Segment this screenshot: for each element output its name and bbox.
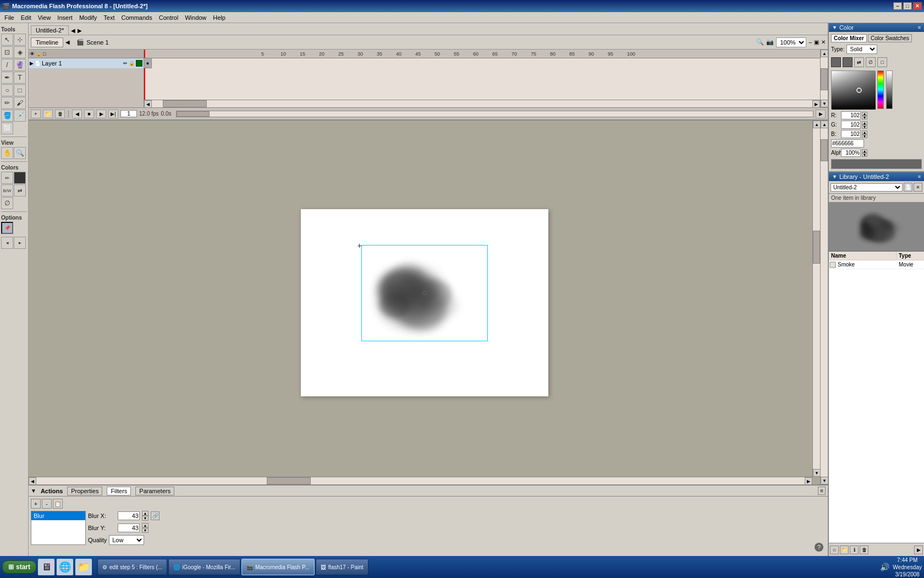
lib-scroll-btn[interactable]: ▶ [914, 546, 923, 554]
canvas-right-scroll-up[interactable]: ▲ [821, 121, 828, 128]
frames-scroll-handle[interactable] [163, 100, 207, 107]
zoom-tool[interactable]: 🔍 [14, 147, 26, 159]
bottom-scrollbar[interactable] [176, 111, 814, 117]
stage[interactable]: + [301, 209, 548, 396]
canvas-right-scroll-down[interactable]: ▼ [821, 477, 828, 484]
lib-properties-btn[interactable]: ℹ [850, 546, 859, 554]
taskbar-explorer-icon[interactable]: 📁 [75, 558, 92, 576]
frames-scroll-left[interactable]: ◀ [144, 100, 152, 107]
fill-transform-tool[interactable]: ◈ [14, 46, 26, 58]
line-tool[interactable]: / [1, 59, 13, 71]
library-item-row[interactable]: Smoke Movie [829, 260, 924, 269]
add-layer-folder-btn[interactable]: 📁 [43, 110, 53, 118]
color-mixer-tab[interactable]: Color Mixer [831, 34, 867, 42]
timeline-tab[interactable]: Timeline [31, 37, 63, 47]
add-layer-btn[interactable]: + [31, 110, 41, 118]
arrow-tool[interactable]: ↖ [1, 34, 13, 46]
blur-link-btn[interactable]: 🔗 [151, 511, 160, 520]
canvas-v-thumb[interactable] [813, 231, 820, 264]
taskbar-volume-icon[interactable]: 🔊 [880, 563, 889, 571]
r-spin-up[interactable]: ▲ [862, 112, 867, 116]
taskbar-show-desktop[interactable]: 🖥 [37, 558, 55, 576]
menu-help[interactable]: Help [210, 13, 229, 22]
stop-btn[interactable]: ■ [84, 110, 94, 118]
blur-y-down[interactable]: ▼ [142, 528, 148, 533]
ease-in-btn[interactable]: ◂ [1, 237, 13, 249]
layer-1-lock[interactable]: 🔒 [129, 61, 135, 66]
library-panel-options[interactable]: ≡ [918, 174, 921, 179]
add-filter-btn[interactable]: + [31, 499, 41, 509]
frame-number-input[interactable] [120, 110, 137, 117]
remove-filter-btn[interactable]: - [42, 499, 52, 509]
canvas-scroll-left[interactable]: ◀ [29, 477, 36, 484]
b-spin-up[interactable]: ▲ [862, 130, 867, 134]
alpha-spin-up[interactable]: ▲ [862, 149, 867, 153]
doc-close-btn[interactable]: ✕ [821, 39, 826, 45]
options-snap-btn[interactable]: 📌 [1, 222, 13, 234]
g-spin-up[interactable]: ▲ [862, 121, 867, 125]
canvas-scroll-down[interactable]: ▼ [813, 469, 820, 477]
doc-nav-right[interactable]: ▶ [76, 26, 83, 35]
taskbar-app-3[interactable]: 🖼 flash17 - Paint [316, 559, 369, 575]
oval-tool[interactable]: ○ [1, 84, 13, 96]
parameters-tab[interactable]: Parameters [135, 487, 174, 495]
frames-scroll-right[interactable]: ▶ [812, 100, 820, 107]
subselect-tool[interactable]: ⊹ [14, 34, 26, 46]
stroke-swatch[interactable] [831, 57, 841, 67]
color-brightness-bar[interactable] [886, 70, 893, 109]
library-new-btn[interactable]: 📄 [904, 183, 912, 192]
filter-clipboard-btn[interactable]: 📋 [53, 499, 63, 509]
canvas-scroll-right[interactable]: ▶ [805, 477, 812, 484]
blur-y-up[interactable]: ▲ [142, 523, 148, 528]
no-stroke-btn[interactable]: ∅ [866, 57, 876, 67]
properties-collapse-arrow[interactable]: ▼ [31, 488, 36, 494]
properties-tab[interactable]: Properties [67, 487, 102, 495]
doc-minimize-btn[interactable]: – [809, 39, 812, 45]
canvas-h-thumb[interactable] [267, 477, 311, 484]
fill-color-btn[interactable] [14, 172, 26, 184]
rect-tool[interactable]: □ [14, 84, 26, 96]
no-fill-btn[interactable]: □ [877, 57, 887, 67]
zoom-select[interactable]: 100% [776, 37, 806, 47]
blur-x-up[interactable]: ▲ [142, 511, 148, 516]
library-collapse-icon[interactable]: ▼ [832, 174, 837, 179]
alpha-spin-down[interactable]: ▼ [862, 153, 867, 157]
hex-input[interactable] [831, 139, 864, 148]
blur-x-down[interactable]: ▼ [142, 516, 148, 521]
eyedropper-tool[interactable]: 💉 [14, 110, 26, 122]
prev-frame-btn[interactable]: ◀ [72, 110, 82, 118]
canvas-right-scroll-track[interactable] [821, 128, 828, 477]
quality-select[interactable]: Low Medium High [109, 535, 144, 545]
library-options-btn[interactable]: ≡ [914, 183, 922, 192]
free-transform-tool[interactable]: ⊡ [1, 46, 13, 58]
library-dropdown[interactable]: Untitled-2 [831, 183, 903, 192]
lib-new-folder-btn[interactable]: 📁 [840, 546, 849, 554]
taskbar-app-2[interactable]: 🎬 Macromedia Flash P... [241, 559, 315, 575]
hand-tool[interactable]: ✋ [1, 147, 13, 159]
menu-modify[interactable]: Modify [76, 13, 100, 22]
doc-nav-left[interactable]: ◀ [70, 26, 76, 35]
color-gradient-picker[interactable] [831, 70, 875, 109]
r-spin-down[interactable]: ▼ [862, 116, 867, 119]
delete-layer-btn[interactable]: 🗑 [55, 110, 65, 118]
layer-1-row[interactable]: ▶ 📄 Layer 1 ✏ 🔒 [29, 58, 144, 68]
pen-tool[interactable]: ✒ [1, 72, 13, 84]
b-spin-down[interactable]: ▼ [862, 134, 867, 138]
doc-tab-untitled2[interactable]: Untitled-2* [31, 25, 69, 35]
blur-filter-item[interactable]: Blur [31, 511, 85, 520]
menu-view[interactable]: View [35, 13, 54, 22]
properties-options-btn[interactable]: ≡ [818, 487, 826, 495]
lib-new-symbol-btn[interactable]: ☆ [830, 546, 839, 554]
close-button[interactable]: ✕ [913, 2, 922, 10]
r-input[interactable] [841, 111, 861, 119]
blur-x-input[interactable] [118, 511, 140, 520]
menu-edit[interactable]: Edit [18, 13, 35, 22]
brush-tool[interactable]: 🖌 [14, 97, 26, 109]
lib-delete-btn[interactable]: 🗑 [860, 546, 868, 554]
taskbar-app-1[interactable]: 🌐 iGoogle - Mozilla Fir... [168, 559, 240, 575]
play-btn[interactable]: ▶ [96, 110, 106, 118]
color-collapse-icon[interactable]: ▼ [832, 25, 837, 30]
timeline-scroll-up[interactable]: ▲ [821, 50, 828, 57]
color-spectrum-bar[interactable] [877, 70, 884, 109]
type-select[interactable]: Solid Linear Radial Bitmap [846, 45, 877, 54]
